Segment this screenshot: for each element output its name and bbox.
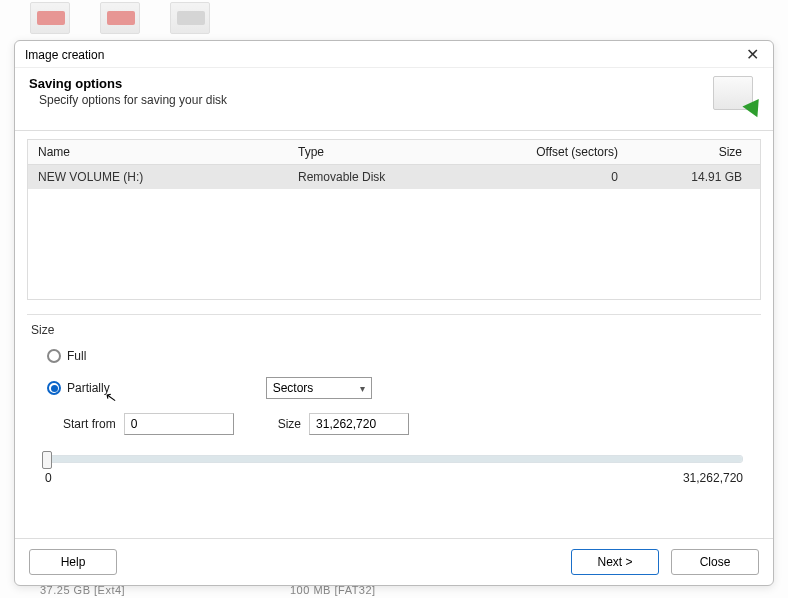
chevron-down-icon: ▾ — [360, 383, 365, 394]
disk-icon — [170, 2, 210, 34]
background-disk-icons — [30, 2, 210, 34]
table-header-row: Name Type Offset (sectors) Size — [28, 140, 760, 165]
col-header-size[interactable]: Size — [628, 140, 760, 164]
size-input[interactable] — [309, 413, 409, 435]
disk-icon — [100, 2, 140, 34]
col-header-offset[interactable]: Offset (sectors) — [468, 140, 628, 164]
size-group-label: Size — [27, 323, 761, 337]
dialog-title: Image creation — [25, 48, 104, 62]
radio-partially-row[interactable]: Partially ↖ Sectors ▾ — [47, 377, 761, 399]
unit-select-value: Sectors — [273, 381, 314, 395]
disk-icon — [30, 2, 70, 34]
close-button[interactable]: Close — [671, 549, 759, 575]
next-button[interactable]: Next > — [571, 549, 659, 575]
slider-max-label: 31,262,720 — [683, 471, 743, 485]
table-row[interactable]: NEW VOLUME (H:) Removable Disk 0 14.91 G… — [28, 165, 760, 189]
image-creation-dialog: Image creation ✕ Saving options Specify … — [14, 40, 774, 586]
col-header-type[interactable]: Type — [288, 140, 468, 164]
help-button[interactable]: Help — [29, 549, 117, 575]
dialog-footer: Help Next > Close — [15, 538, 773, 585]
cell-type: Removable Disk — [288, 165, 468, 189]
size-group: Size Full Partially ↖ Sectors ▾ Start fr… — [27, 314, 761, 485]
close-icon[interactable]: ✕ — [742, 47, 763, 63]
size-input-label: Size — [278, 417, 301, 431]
disk-table: Name Type Offset (sectors) Size NEW VOLU… — [27, 139, 761, 300]
radio-full-label[interactable]: Full — [67, 349, 86, 363]
range-inputs-row: Start from Size — [63, 413, 761, 435]
header-text: Saving options Specify options for savin… — [29, 76, 227, 107]
radio-full[interactable] — [47, 349, 61, 363]
unit-select[interactable]: Sectors ▾ — [266, 377, 372, 399]
slider-thumb[interactable] — [42, 451, 52, 469]
cell-offset: 0 — [468, 165, 628, 189]
cell-size: 14.91 GB — [628, 165, 760, 189]
cell-name: NEW VOLUME (H:) — [28, 165, 288, 189]
slider-track[interactable] — [45, 455, 743, 463]
radio-partially-label[interactable]: Partially — [67, 381, 110, 395]
slider-fill — [46, 456, 742, 462]
dialog-header: Saving options Specify options for savin… — [15, 68, 773, 131]
dialog-titlebar: Image creation ✕ — [15, 41, 773, 68]
header-subheading: Specify options for saving your disk — [29, 93, 227, 107]
slider-range-labels: 0 31,262,720 — [45, 471, 743, 485]
start-from-label: Start from — [63, 417, 116, 431]
slider-min-label: 0 — [45, 471, 52, 485]
range-slider[interactable] — [45, 455, 743, 463]
dialog-body: Name Type Offset (sectors) Size NEW VOLU… — [15, 131, 773, 538]
col-header-name[interactable]: Name — [28, 140, 288, 164]
start-from-input[interactable] — [124, 413, 234, 435]
header-heading: Saving options — [29, 76, 227, 91]
radio-full-row[interactable]: Full — [47, 349, 761, 363]
save-disk-icon — [713, 76, 759, 116]
radio-partially[interactable] — [47, 381, 61, 395]
app-background: 37.25 GB [Ext4] 100 MB [FAT32] Image cre… — [0, 0, 788, 598]
table-empty-area — [28, 189, 760, 299]
